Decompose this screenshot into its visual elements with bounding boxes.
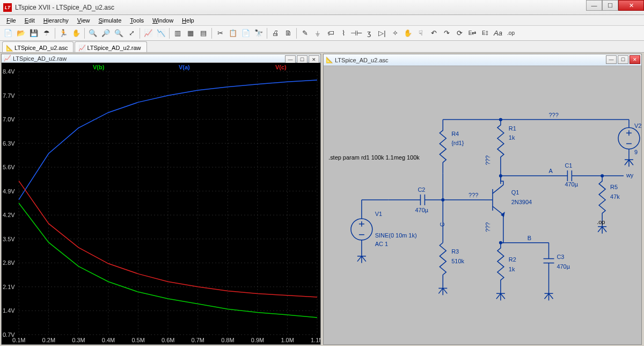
- net-q4[interactable]: ???: [485, 222, 491, 232]
- control-panel-button[interactable]: ☂: [41, 27, 53, 39]
- svg-text:8.4V: 8.4V: [3, 68, 15, 75]
- cascade-windows-button[interactable]: ▦: [185, 27, 196, 39]
- svg-text:1.0M: 1.0M: [281, 337, 294, 343]
- node-a[interactable]: A: [549, 168, 553, 174]
- step-directive[interactable]: .step param rd1 100k 1.1meg 100k: [328, 154, 420, 161]
- menu-view[interactable]: View: [73, 16, 94, 25]
- close-windows-button[interactable]: ▤: [197, 27, 209, 39]
- r2-label[interactable]: R2: [509, 256, 516, 263]
- schematic-canvas[interactable]: R4 {rd1} R1 1k ??? V2 9: [324, 66, 641, 344]
- diode-button[interactable]: ▷|: [376, 27, 388, 39]
- menu-help[interactable]: Help: [178, 16, 199, 25]
- find-button[interactable]: 🔭: [253, 27, 265, 39]
- pane-title-text: LTSpice_AD_u2.asc: [335, 57, 388, 63]
- v2-value[interactable]: 9: [634, 149, 638, 155]
- op-directive[interactable]: .op: [597, 219, 605, 225]
- undo-button[interactable]: ↶: [428, 27, 440, 39]
- spice-directive-button[interactable]: .op: [505, 27, 517, 39]
- menu-window[interactable]: Window: [148, 16, 178, 25]
- drag-button[interactable]: ☟: [415, 27, 427, 39]
- halt-button[interactable]: ✋: [70, 27, 82, 39]
- inductor-button[interactable]: ʒ: [363, 27, 375, 39]
- svg-text:0.7M: 0.7M: [192, 337, 204, 343]
- r4-label[interactable]: R4: [451, 131, 459, 137]
- run-button[interactable]: 🏃: [57, 27, 69, 39]
- rotate-button[interactable]: ⟳: [453, 27, 465, 39]
- r3-value[interactable]: 510k: [451, 258, 464, 264]
- r5-value[interactable]: 47k: [610, 193, 620, 200]
- draw-wire-button[interactable]: ✎: [299, 27, 311, 39]
- c2-label[interactable]: C2: [418, 186, 425, 193]
- r1-label[interactable]: R1: [509, 125, 516, 132]
- node-c[interactable]: C: [439, 222, 445, 227]
- menu-tools[interactable]: Tools: [126, 16, 148, 25]
- component-button[interactable]: ✧: [389, 27, 401, 39]
- text-button[interactable]: Aa: [492, 27, 504, 39]
- net-q1[interactable]: ???: [549, 112, 559, 118]
- redo-button[interactable]: ↷: [441, 27, 452, 39]
- v1-sine[interactable]: SINE(0 10m 1k): [375, 232, 417, 239]
- q1-label[interactable]: Q1: [511, 189, 519, 196]
- q1-value[interactable]: 2N3904: [511, 199, 532, 205]
- autorange-button[interactable]: 📈: [142, 27, 154, 39]
- legend-va[interactable]: V(a): [179, 64, 190, 70]
- tabbar: 📐 LTSpice_AD_u2.asc 📈 LTSpice_AD_u2.raw: [0, 41, 644, 53]
- menu-hierarchy[interactable]: Hierarchy: [39, 16, 73, 25]
- window-maximize-button[interactable]: ☐: [602, 0, 618, 11]
- waveform-plot[interactable]: 8.4V7.7V7.0V6.3V5.6V4.9V4.2V3.5V2.8V2.1V…: [2, 63, 320, 344]
- legend-vc[interactable]: V(c): [275, 64, 287, 70]
- zoom-out-button[interactable]: 🔍-: [113, 27, 125, 39]
- r4-value[interactable]: {rd1}: [451, 140, 464, 146]
- print-setup-button[interactable]: 🗎: [282, 27, 294, 39]
- c1-value[interactable]: 470µ: [565, 181, 578, 188]
- save-button[interactable]: 💾: [28, 27, 40, 39]
- r1-value[interactable]: 1k: [509, 134, 515, 141]
- flip-button[interactable]: E‡: [479, 27, 491, 39]
- paste-button[interactable]: 📄: [240, 27, 252, 39]
- pane-maximize-button[interactable]: ☐: [618, 55, 628, 64]
- new-schematic-button[interactable]: 📄: [2, 27, 14, 39]
- pane-close-button[interactable]: ✕: [630, 55, 640, 64]
- zoom-pan-button[interactable]: 🔎: [100, 27, 112, 39]
- print-button[interactable]: 🖨: [269, 27, 281, 39]
- resistor-button[interactable]: ⌇: [338, 27, 349, 39]
- add-trace-button[interactable]: 📉: [155, 27, 167, 39]
- svg-text:7.7V: 7.7V: [3, 92, 15, 99]
- v1-label[interactable]: V1: [375, 211, 382, 217]
- c3-value[interactable]: 470µ: [557, 263, 570, 270]
- menu-edit[interactable]: Edit: [20, 16, 39, 25]
- label-net-button[interactable]: 🏷: [325, 27, 336, 39]
- tab-schematic[interactable]: 📐 LTSpice_AD_u2.asc: [2, 41, 74, 52]
- node-b[interactable]: B: [528, 235, 531, 241]
- menu-simulate[interactable]: Simulate: [94, 16, 126, 25]
- c1-label[interactable]: C1: [565, 162, 572, 169]
- node-wy[interactable]: wy: [626, 172, 634, 178]
- c3-label[interactable]: C3: [557, 254, 564, 260]
- zoom-in-button[interactable]: 🔍: [87, 27, 99, 39]
- tab-waveform[interactable]: 📈 LTSpice_AD_u2.raw: [75, 41, 147, 52]
- svg-text:2.8V: 2.8V: [3, 260, 15, 266]
- v1-ac[interactable]: AC 1: [375, 241, 388, 247]
- v2-label[interactable]: V2: [634, 122, 641, 129]
- open-button[interactable]: 📂: [15, 27, 27, 39]
- pane-minimize-button[interactable]: —: [606, 55, 617, 64]
- c2-value[interactable]: 470µ: [415, 207, 428, 213]
- move-button[interactable]: ✋: [402, 27, 414, 39]
- legend-vb[interactable]: V(b): [93, 64, 105, 70]
- mirror-button[interactable]: E⇄: [466, 27, 478, 39]
- r2-value[interactable]: 1k: [509, 266, 515, 272]
- capacitor-button[interactable]: ⊣⊢: [350, 27, 362, 39]
- r5-label[interactable]: R5: [610, 184, 618, 190]
- net-q3[interactable]: ???: [469, 192, 478, 198]
- copy-button[interactable]: 📋: [227, 27, 239, 39]
- r3-label[interactable]: R3: [451, 248, 459, 255]
- svg-text:1.4V: 1.4V: [3, 307, 15, 314]
- net-q2[interactable]: ???: [485, 155, 491, 165]
- zoom-fit-button[interactable]: ⤢: [126, 27, 137, 39]
- cut-button[interactable]: ✂: [214, 27, 226, 39]
- window-minimize-button[interactable]: —: [586, 0, 602, 11]
- tile-windows-button[interactable]: ▥: [172, 27, 184, 39]
- menu-file[interactable]: File: [2, 16, 20, 25]
- ground-button[interactable]: ⏚: [312, 27, 324, 39]
- window-close-button[interactable]: ✕: [618, 0, 644, 11]
